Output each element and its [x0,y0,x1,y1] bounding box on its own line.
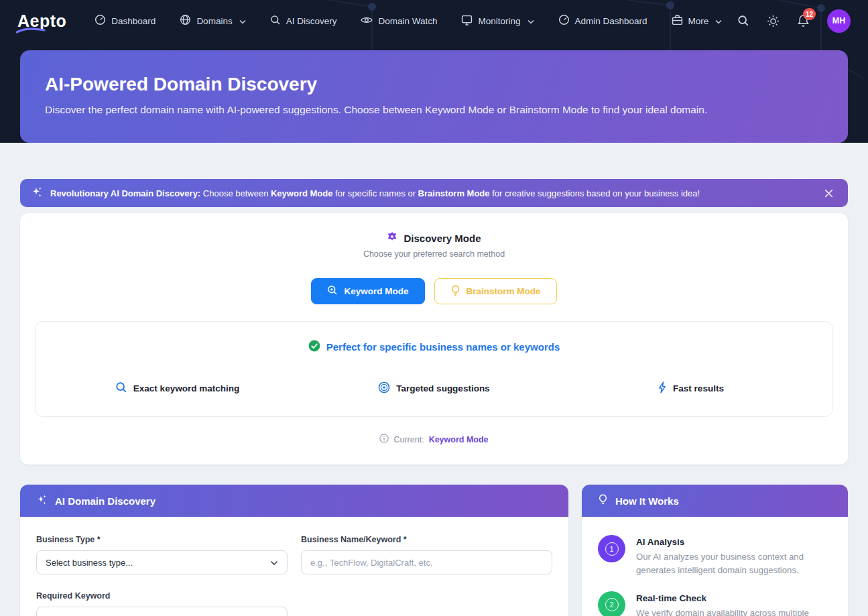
required-keyword-field: Required Keyword This keyword MUST appea… [36,591,288,616]
discovery-mode-header: Discovery Mode [35,231,833,245]
avatar[interactable]: MH [827,9,851,33]
main-content: Revolutionary AI Domain Discovery: Choos… [0,179,868,616]
search-icon [270,15,281,27]
nav-item-monitoring[interactable]: Monitoring [461,15,534,27]
chevron-down-icon [270,558,278,568]
step-title: Real-time Check [636,593,832,603]
mode-benefits-card: Perfect for specific business names or k… [35,321,833,417]
step-ai-analysis: 1 AI Analysis Our AI analyzes your busin… [598,535,832,577]
step-number-circle: 2 [598,591,625,616]
banner-keyword-mode: Keyword Mode [271,188,332,198]
form-card-header: AI Domain Discovery [20,485,568,517]
business-type-value: Select business type... [46,558,133,568]
required-keyword-label: Required Keyword [36,591,288,601]
feature-label: Targeted suggestions [396,383,489,393]
banner-bold-intro: Revolutionary AI Domain Discovery: [50,188,200,198]
nav-item-domains[interactable]: Domains [180,14,245,27]
lightning-icon [658,381,667,395]
briefcase-icon [672,15,683,27]
step-number: 1 [605,542,619,556]
business-name-label: Business Name/Keyword * [301,535,552,544]
nav-item-label: Domains [196,16,232,26]
chevron-down-icon [715,16,722,26]
feature-exact-matching: Exact keyword matching [49,381,306,395]
discovery-form: Business Type * Select business type... … [20,517,568,616]
top-navbar: Aepto Dashboard Domains [0,0,868,42]
bottom-section: AI Domain Discovery Business Type * Sele… [20,485,848,616]
business-type-select[interactable]: Select business type... [36,550,288,574]
mode-buttons: Keyword Mode Brainstorm Mode [35,278,833,304]
step-number-circle: 1 [598,535,625,562]
banner-text: Revolutionary AI Domain Discovery: Choos… [50,188,814,198]
how-it-works-title: How It Works [615,495,679,507]
page-subtitle: Discover the perfect domain name with AI… [45,104,823,116]
banner-text-3: for creative suggestions based on your b… [490,188,700,198]
check-circle-icon [308,340,320,354]
business-name-field: Business Name/Keyword * [301,535,552,574]
features-row: Exact keyword matching Targeted suggesti… [49,381,819,395]
keyword-mode-button[interactable]: Keyword Mode [311,278,424,304]
current-label: Current: [393,435,424,444]
feature-targeted-suggestions: Targeted suggestions [306,381,562,395]
current-mode-row: Current: Keyword Mode [35,434,833,445]
nav-item-domain-watch[interactable]: Domain Watch [361,15,437,27]
brainstorm-mode-label: Brainstorm Mode [467,286,541,296]
nav-item-label: Monitoring [478,16,520,26]
gear-icon [387,231,397,245]
nav-item-label: Dashboard [111,16,156,26]
nav-item-label: Admin Dashboard [575,16,647,26]
monitor-icon [461,15,473,27]
step-description: Our AI analyzes your business context an… [636,550,832,577]
search-icon[interactable] [737,15,749,27]
step-title: AI Analysis [636,537,832,547]
required-keyword-input[interactable] [36,607,288,616]
discovery-mode-subtitle: Choose your preferred search method [35,249,833,259]
nav-item-label: Domain Watch [378,16,437,26]
banner-text-1: Choose between [200,188,271,198]
chevron-down-icon [239,16,246,26]
gauge-icon [95,14,106,27]
feature-fast-results: Fast results [562,381,819,395]
bell-icon[interactable]: 12 [797,14,810,27]
step-real-time-check: 2 Real-time Check We verify domain avail… [598,591,832,616]
benefit-title: Perfect for specific business names or k… [326,341,560,353]
lightbulb-icon [598,494,608,507]
app-logo[interactable]: Aepto [17,11,66,31]
step-content: AI Analysis Our AI analyzes your busines… [636,535,832,577]
nav-item-dashboard[interactable]: Dashboard [95,14,156,27]
form-spacer [301,591,552,616]
how-it-works-steps: 1 AI Analysis Our AI analyzes your busin… [582,517,848,616]
nav-item-more[interactable]: More [672,15,723,27]
hero-banner: AI-Powered Domain Discovery Discover the… [20,50,848,143]
info-icon [379,434,389,445]
chevron-down-icon [528,16,534,26]
nav-item-admin-dashboard[interactable]: Admin Dashboard [558,14,647,27]
benefit-header: Perfect for specific business names or k… [49,340,819,354]
sparkles-icon [36,494,48,507]
sun-icon[interactable] [767,15,780,27]
form-card-title: AI Domain Discovery [55,495,156,507]
logo-swoosh-decoration [16,27,46,34]
nav-item-label: AI Discovery [286,16,337,26]
business-type-field: Business Type * Select business type... [36,535,288,574]
nav-item-ai-discovery[interactable]: AI Discovery [270,15,337,27]
page-title: AI-Powered Domain Discovery [45,74,823,95]
discovery-mode-card: Discovery Mode Choose your preferred sea… [20,213,848,465]
notification-badge: 12 [803,8,816,20]
how-it-works-card: How It Works 1 AI Analysis Our AI analyz… [582,485,848,616]
business-name-input[interactable] [301,550,552,574]
brainstorm-mode-button[interactable]: Brainstorm Mode [434,278,557,304]
globe-icon [180,14,191,27]
gauge-icon [558,14,570,27]
feature-label: Exact keyword matching [133,383,239,393]
close-icon[interactable] [821,186,836,201]
banner-text-2: for specific names or [332,188,418,198]
search-icon [327,285,338,298]
step-content: Real-time Check We verify domain availab… [636,591,832,616]
business-type-label: Business Type * [36,535,288,544]
header-band: Aepto Dashboard Domains [0,0,868,143]
lightbulb-icon [450,285,460,298]
how-it-works-header: How It Works [582,485,848,517]
step-number: 2 [605,598,619,611]
feature-label: Fast results [673,383,724,393]
